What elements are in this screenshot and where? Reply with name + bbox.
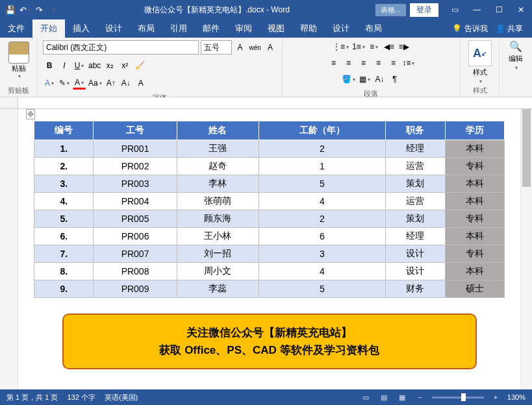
- save-icon[interactable]: 💾: [5, 5, 16, 15]
- table-cell[interactable]: 9.: [34, 280, 94, 298]
- numbering-icon[interactable]: 1≡▾: [351, 40, 366, 53]
- table-cell[interactable]: 本科: [445, 140, 505, 158]
- char-border-icon[interactable]: A: [264, 41, 277, 54]
- table-row[interactable]: 8.PR008周小文4设计本科: [34, 263, 505, 280]
- font-name-select[interactable]: [43, 40, 199, 55]
- table-cell[interactable]: 刘一招: [177, 245, 259, 263]
- horizontal-ruler[interactable]: [0, 97, 532, 109]
- table-header[interactable]: 工号: [94, 121, 177, 140]
- table-cell[interactable]: 王强: [177, 140, 259, 158]
- table-cell[interactable]: 3: [259, 245, 385, 263]
- table-header[interactable]: 编号: [34, 121, 94, 140]
- web-layout-icon[interactable]: ▦: [396, 392, 409, 402]
- table-cell[interactable]: PR006: [94, 228, 177, 245]
- distributed-icon[interactable]: ≡: [386, 56, 399, 69]
- page-status[interactable]: 第 1 页，共 1 页: [6, 393, 58, 402]
- zoom-slider[interactable]: [432, 397, 484, 399]
- print-layout-icon[interactable]: ▤: [377, 392, 390, 402]
- share-button[interactable]: 👤 共享: [496, 23, 523, 34]
- table-cell[interactable]: PR008: [94, 263, 177, 280]
- table-cell[interactable]: 运营: [386, 158, 445, 175]
- table-cell[interactable]: PR007: [94, 245, 177, 263]
- table-cell[interactable]: 5: [259, 280, 385, 298]
- line-spacing-icon[interactable]: ↕≡▾: [401, 56, 415, 69]
- paste-dropdown-icon[interactable]: ▾: [18, 73, 21, 79]
- align-right-icon[interactable]: ≡: [357, 56, 370, 69]
- table-header[interactable]: 姓名: [177, 121, 259, 140]
- table-cell[interactable]: PR001: [94, 140, 177, 158]
- tab-table-design[interactable]: 设计: [325, 19, 357, 38]
- language-status[interactable]: 英语(美国): [105, 393, 138, 402]
- table-row[interactable]: 3.PR003李林5策划本科: [34, 175, 505, 193]
- read-mode-icon[interactable]: ▭: [359, 392, 372, 402]
- char-shading-icon[interactable]: A: [134, 77, 147, 90]
- italic-button[interactable]: I: [58, 59, 71, 72]
- zoom-thumb[interactable]: [461, 393, 466, 401]
- superscript-button[interactable]: x²: [118, 59, 131, 72]
- table-header[interactable]: 学历: [445, 121, 505, 140]
- styles-icon[interactable]: A↙: [468, 40, 492, 66]
- table-cell[interactable]: 4: [259, 263, 385, 280]
- table-cell[interactable]: 李林: [177, 175, 259, 193]
- table-cell[interactable]: 本科: [445, 263, 505, 280]
- subscript-button[interactable]: x₂: [103, 59, 116, 72]
- edit-dropdown-icon[interactable]: ▾: [515, 65, 518, 71]
- tab-home[interactable]: 开始: [32, 19, 65, 38]
- login-button[interactable]: 登录: [410, 3, 438, 17]
- table-row[interactable]: 7.PR007刘一招3设计专科: [34, 245, 505, 263]
- tab-view[interactable]: 视图: [260, 19, 292, 38]
- table-header[interactable]: 职务: [386, 121, 445, 140]
- table-cell[interactable]: 设计: [386, 263, 445, 280]
- styles-button[interactable]: 样式: [473, 68, 487, 77]
- tab-mail[interactable]: 邮件: [195, 19, 227, 38]
- paste-icon[interactable]: [8, 42, 29, 64]
- table-header[interactable]: 工龄（年）: [259, 121, 385, 140]
- scrollbar-thumb[interactable]: [522, 109, 531, 187]
- table-cell[interactable]: 5.: [34, 210, 94, 228]
- multilevel-icon[interactable]: ≡▾: [368, 40, 381, 53]
- table-cell[interactable]: 经理: [386, 140, 445, 158]
- undo-icon[interactable]: ↶▾: [19, 5, 30, 15]
- table-cell[interactable]: 4: [259, 193, 385, 210]
- bullets-icon[interactable]: ⋮≡▾: [332, 40, 349, 53]
- shading-icon[interactable]: 🪣▾: [341, 73, 356, 86]
- edit-button[interactable]: 编辑: [509, 54, 523, 64]
- table-cell[interactable]: 2: [259, 210, 385, 228]
- justify-icon[interactable]: ≡: [372, 56, 385, 69]
- bold-button[interactable]: B: [43, 59, 56, 72]
- table-cell[interactable]: 专科: [445, 158, 505, 175]
- table-cell[interactable]: 策划: [386, 175, 445, 193]
- word-count[interactable]: 132 个字: [67, 393, 95, 402]
- table-cell[interactable]: 本科: [445, 193, 505, 210]
- zoom-out-icon[interactable]: −: [414, 392, 427, 402]
- table-cell[interactable]: 5: [259, 175, 385, 193]
- table-cell[interactable]: 2.: [34, 158, 94, 175]
- tab-help[interactable]: 帮助: [292, 19, 325, 38]
- dec-indent-icon[interactable]: ◀≡: [383, 40, 396, 53]
- tab-table-layout[interactable]: 布局: [357, 19, 390, 38]
- zoom-in-icon[interactable]: +: [489, 392, 502, 402]
- close-icon[interactable]: ✕: [510, 0, 532, 19]
- table-cell[interactable]: 1: [259, 158, 385, 175]
- table-row[interactable]: 2.PR002赵奇1运营专科: [34, 158, 505, 175]
- vertical-scrollbar[interactable]: [520, 109, 532, 389]
- data-table[interactable]: 编号工号姓名工龄（年）职务学历 1.PR001王强2经理本科2.PR002赵奇1…: [34, 121, 505, 298]
- table-cell[interactable]: 4.: [34, 193, 94, 210]
- font-size-select[interactable]: [201, 40, 232, 55]
- inc-indent-icon[interactable]: ≡▶: [398, 40, 411, 53]
- table-cell[interactable]: 李蕊: [177, 280, 259, 298]
- table-cell[interactable]: 经理: [386, 228, 445, 245]
- redo-icon[interactable]: ↷: [34, 5, 44, 15]
- table-anchor-icon[interactable]: ✥: [26, 109, 35, 119]
- table-cell[interactable]: 3.: [34, 175, 94, 193]
- table-cell[interactable]: 专科: [445, 245, 505, 263]
- table-cell[interactable]: 本科: [445, 228, 505, 245]
- table-cell[interactable]: 1.: [34, 140, 94, 158]
- table-cell[interactable]: 本科: [445, 175, 505, 193]
- tab-layout[interactable]: 布局: [130, 19, 162, 38]
- table-cell[interactable]: PR009: [94, 280, 177, 298]
- table-cell[interactable]: 设计: [386, 245, 445, 263]
- table-cell[interactable]: 财务: [386, 280, 445, 298]
- table-cell[interactable]: 8.: [34, 263, 94, 280]
- table-cell[interactable]: 张萌萌: [177, 193, 259, 210]
